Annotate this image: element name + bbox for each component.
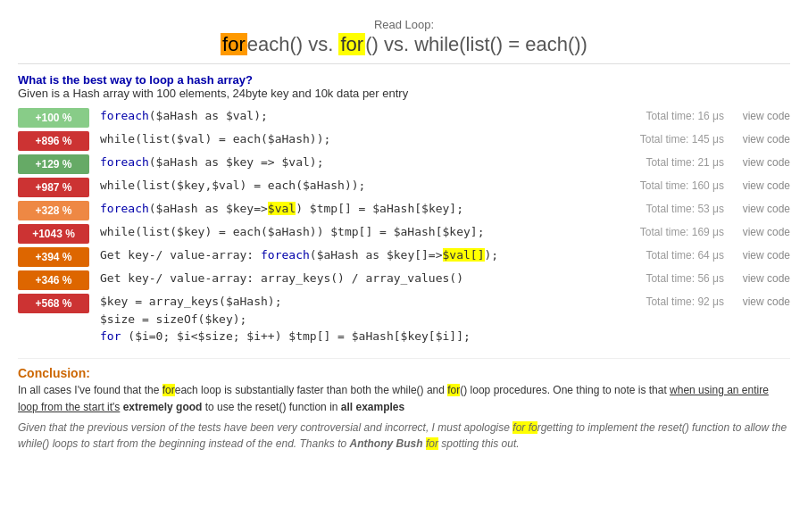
viewcode-6[interactable]: view code [737, 226, 790, 238]
time-7: Total time: 64 μs [646, 249, 724, 262]
bench-row-3: +129 % foreach($aHash as $key => $val); … [18, 154, 790, 175]
code-3: foreach($aHash as $key => $val); [100, 154, 646, 171]
bench-row-6: +1043 % while(list($key) = each($aHash))… [18, 223, 790, 245]
time-right-4: Total time: 160 μs view code [640, 177, 790, 192]
badge-8: +346 % [18, 270, 89, 290]
page-title: foreach() vs. for() vs. while(list() = e… [18, 33, 790, 56]
question-subtitle: Given is a Hash array with 100 elements,… [18, 87, 790, 100]
time-right-8: Total time: 56 μs view code [646, 270, 790, 285]
time-right-9: Total time: 92 μs view code [646, 293, 790, 308]
page-container: Read Loop: foreach() vs. for() vs. while… [0, 0, 808, 470]
time-2: Total time: 145 μs [640, 133, 724, 145]
time-6: Total time: 169 μs [640, 226, 724, 238]
title-each-text: each() vs. [247, 33, 339, 55]
badge-7: +394 % [18, 247, 89, 267]
viewcode-8[interactable]: view code [737, 272, 790, 285]
viewcode-7[interactable]: view code [737, 249, 790, 262]
time-1: Total time: 16 μs [646, 110, 724, 122]
bench-row-1: +100 % foreach($aHash as $val); Total ti… [18, 107, 790, 129]
conclusion-title: Conclusion: [18, 366, 790, 380]
code-4: while(list($key,$val) = each($aHash)); [100, 177, 640, 195]
badge-6: +1043 % [18, 224, 89, 244]
badge-2: +896 % [18, 131, 89, 151]
code-9: $key = array_keys($aHash); $size = sizeO… [100, 293, 646, 345]
title-foreach-highlight: for [221, 33, 247, 55]
code-5: foreach($aHash as $key=>$val) $tmp[] = $… [100, 200, 646, 218]
question-section: What is the best way to loop a hash arra… [18, 73, 790, 100]
badge-3: +129 % [18, 154, 89, 174]
conclusion-text: In all cases I've found that the foreach… [18, 382, 790, 416]
time-8: Total time: 56 μs [646, 272, 724, 285]
conclusion-section: Conclusion: In all cases I've found that… [18, 358, 790, 452]
viewcode-1[interactable]: view code [737, 110, 790, 122]
time-5: Total time: 53 μs [646, 203, 724, 215]
code-7: Get key-/ value-array: foreach($aHash as… [100, 246, 646, 264]
code-2: while(list($val) = each($aHash)); [100, 130, 640, 148]
bench-row-8: +346 % Get key-/ value-array: array_keys… [18, 270, 790, 291]
badge-5: +328 % [18, 201, 89, 220]
bench-row-2: +896 % while(list($val) = each($aHash));… [18, 130, 790, 152]
title-for-highlight: for [338, 33, 365, 55]
viewcode-5[interactable]: view code [737, 203, 790, 215]
title-while-text: () vs. while(list() = each()) [365, 33, 587, 55]
viewcode-2[interactable]: view code [737, 133, 790, 145]
badge-1: +100 % [18, 108, 89, 128]
badge-9: +568 % [18, 294, 89, 313]
bench-row-4: +987 % while(list($key,$val) = each($aHa… [18, 177, 790, 198]
viewcode-9[interactable]: view code [737, 295, 790, 308]
time-right-7: Total time: 64 μs view code [646, 246, 790, 262]
code-8: Get key-/ value-array: array_keys() / ar… [100, 270, 646, 287]
time-right-5: Total time: 53 μs view code [646, 200, 790, 215]
time-3: Total time: 21 μs [646, 156, 724, 169]
time-right-3: Total time: 21 μs view code [646, 154, 790, 169]
time-right-2: Total time: 145 μs view code [640, 130, 790, 145]
viewcode-3[interactable]: view code [737, 156, 790, 169]
question-title: What is the best way to loop a hash arra… [18, 73, 790, 87]
time-9: Total time: 92 μs [646, 295, 724, 308]
rows-section: +100 % foreach($aHash as $val); Total ti… [18, 107, 790, 345]
title-section: Read Loop: foreach() vs. for() vs. while… [18, 9, 790, 64]
time-right-6: Total time: 169 μs view code [640, 223, 790, 238]
time-4: Total time: 160 μs [640, 179, 724, 192]
bench-row-9: +568 % $key = array_keys($aHash); $size … [18, 293, 790, 345]
time-right-1: Total time: 16 μs view code [646, 107, 790, 122]
conclusion-italic: Given that the previous version of the t… [18, 420, 790, 452]
read-loop-label: Read Loop: [18, 18, 790, 31]
viewcode-4[interactable]: view code [737, 179, 790, 192]
bench-row-5: +328 % foreach($aHash as $key=>$val) $tm… [18, 200, 790, 221]
code-6: while(list($key) = each($aHash)) $tmp[] … [100, 223, 640, 241]
badge-4: +987 % [18, 178, 89, 197]
bench-row-7: +394 % Get key-/ value-array: foreach($a… [18, 246, 790, 268]
code-1: foreach($aHash as $val); [100, 107, 646, 125]
